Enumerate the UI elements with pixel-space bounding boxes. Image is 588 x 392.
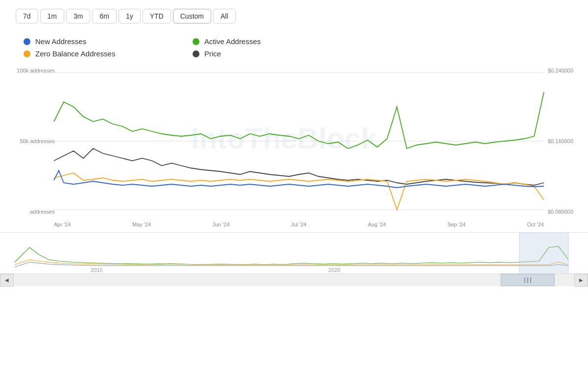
time-filter-3m[interactable]: 3m	[66, 9, 90, 24]
svg-text:IntoTheBlock: IntoTheBlock	[191, 122, 378, 155]
time-filter-all[interactable]: All	[213, 9, 236, 24]
x-label-May-24: May '24	[132, 221, 151, 227]
x-axis: Apr '24May '24Jun '24Jul '24Aug '24Sep '…	[0, 220, 588, 227]
chart-legend: New AddressesActive AddressesZero Balanc…	[0, 28, 368, 61]
x-label-Oct-24: Oct '24	[527, 221, 544, 227]
legend-label-price: Price	[204, 49, 221, 58]
svg-text:2020: 2020	[328, 267, 340, 273]
overview-svg: 2015 2020	[0, 233, 588, 274]
main-chart-svg: IntoTheBlock	[0, 63, 588, 220]
time-filter-1y[interactable]: 1y	[119, 9, 141, 24]
nav-track	[14, 274, 574, 286]
nav-left-arrow[interactable]: ◀	[0, 274, 14, 287]
legend-label-active-addresses: Active Addresses	[204, 37, 261, 46]
time-filter-6m[interactable]: 6m	[92, 9, 116, 24]
time-filter-custom[interactable]: Custom	[173, 9, 211, 24]
x-label-Apr-24: Apr '24	[54, 221, 71, 227]
legend-item-zero-balance: Zero Balance Addresses	[24, 49, 183, 58]
nav-right-arrow[interactable]: ▶	[574, 274, 588, 287]
svg-text:2015: 2015	[91, 267, 102, 273]
time-filter-bar: 7d1m3m6m1yYTDCustomAll	[0, 0, 588, 28]
time-filter-7d[interactable]: 7d	[16, 9, 38, 24]
nav-handle[interactable]	[501, 274, 555, 286]
legend-dot-new-addresses	[24, 38, 30, 45]
x-label-Aug-24: Aug '24	[368, 221, 386, 227]
x-label-Sep-24: Sep '24	[447, 221, 466, 227]
nav-grip-3	[530, 277, 531, 283]
overview-chart: 2015 2020 ◀ ▶	[0, 232, 588, 286]
time-filter-ytd[interactable]: YTD	[143, 9, 171, 24]
legend-item-new-addresses: New Addresses	[24, 37, 183, 46]
legend-dot-active-addresses	[193, 38, 199, 45]
legend-item-price: Price	[193, 49, 352, 58]
time-filter-1m[interactable]: 1m	[40, 9, 64, 24]
x-label-Jun-24: Jun '24	[212, 221, 229, 227]
legend-item-active-addresses: Active Addresses	[193, 37, 352, 46]
nav-grip-2	[527, 277, 528, 283]
x-label-Jul-24: Jul '24	[291, 221, 306, 227]
legend-dot-price	[193, 50, 199, 57]
main-chart-area: 100k addresses 50k addresses addresses $…	[0, 63, 588, 220]
legend-label-new-addresses: New Addresses	[35, 37, 86, 46]
nav-grip-1	[524, 277, 525, 283]
legend-dot-zero-balance	[24, 50, 30, 57]
overview-chart-inner: 2015 2020 ◀ ▶	[0, 233, 588, 286]
main-container: 7d1m3m6m1yYTDCustomAll New AddressesActi…	[0, 0, 588, 392]
navigator-bar: ◀ ▶	[0, 273, 588, 286]
chart-svg-wrapper: IntoTheBlock	[0, 63, 588, 220]
legend-label-zero-balance: Zero Balance Addresses	[35, 49, 115, 58]
svg-rect-6	[519, 233, 568, 274]
